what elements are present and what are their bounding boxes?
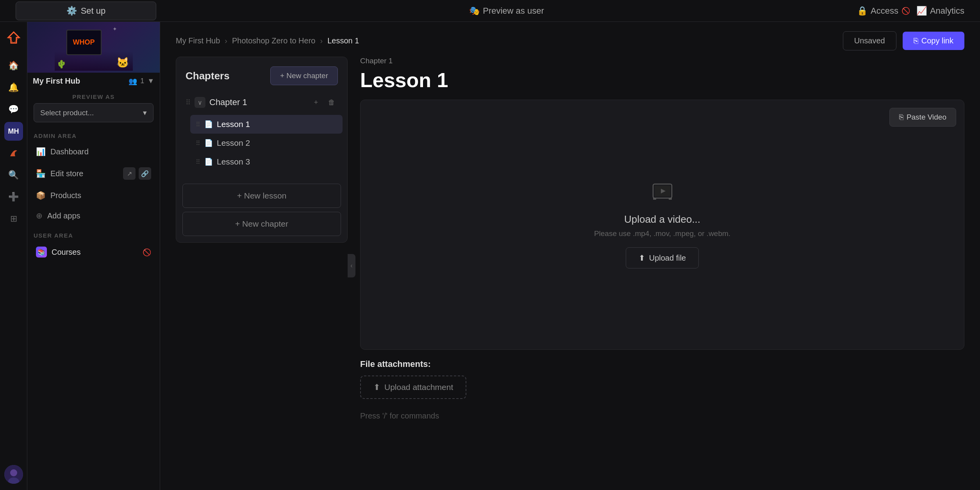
analytics-button[interactable]: 📈 Analytics <box>916 6 964 16</box>
dashboard-label: Dashboard <box>50 147 89 156</box>
chapter-section: Chapters + New chapter ⠿ ∨ Chapter 1 + <box>176 57 348 474</box>
store-icon: 🏪 <box>36 169 46 178</box>
hub-image: WHOP 🐱 🌵 ✦ <box>27 22 160 73</box>
hub-info: My First Hub 👥 1 ▼ <box>27 73 160 89</box>
user-area-label: USER AREA <box>27 226 160 241</box>
analytics-label: Analytics <box>930 6 964 16</box>
chapters-header: Chapters + New chapter <box>176 57 347 91</box>
svg-rect-6 <box>669 198 672 200</box>
admin-area-label: ADMIN AREA <box>27 126 160 141</box>
paste-video-button[interactable]: ⎘ Paste Video <box>889 108 956 127</box>
search-icon-button[interactable]: 🔍 <box>4 166 23 184</box>
upload-attachment-label: Upload attachment <box>384 383 453 392</box>
external-link-icon-button[interactable]: ↗ <box>123 167 136 180</box>
chapter-drag-handle[interactable]: ⠿ <box>186 98 191 107</box>
app-logo <box>4 28 23 47</box>
breadcrumb-current: Lesson 1 <box>327 36 359 45</box>
courses-label: Courses <box>52 248 80 257</box>
sidebar-item-edit-store[interactable]: 🏪 Edit store ↗ 🔗 <box>30 162 157 185</box>
products-label: Products <box>50 191 81 200</box>
hub-avatar-button[interactable]: MH <box>4 122 23 141</box>
lesson-icon-1: 📄 <box>204 120 213 129</box>
video-upload-title: Upload a video... <box>624 213 700 225</box>
new-chapter-header-button[interactable]: + New chapter <box>270 66 338 85</box>
new-chapter-footer-button[interactable]: + New chapter <box>182 212 341 236</box>
preview-as-select[interactable]: Select product... ▾ <box>34 103 154 122</box>
breadcrumb: My First Hub › Photoshop Zero to Hero › … <box>176 36 359 45</box>
chevron-down-icon: ▾ <box>143 108 147 117</box>
file-attachments: File attachments: ⬆ Upload attachment <box>360 350 964 405</box>
sidebar-item-products[interactable]: 📦 Products <box>30 185 157 206</box>
upload-attachment-button[interactable]: ⬆ Upload attachment <box>360 376 466 399</box>
member-count: 1 <box>140 77 144 85</box>
bell-icon-button[interactable]: 🔔 <box>4 78 23 97</box>
chapter-add-button[interactable]: + <box>310 96 322 109</box>
upload-icon: ⬆ <box>639 253 645 263</box>
video-upload-area[interactable]: ⎘ Paste Video Upload a video... Pl <box>360 100 964 350</box>
press-slash-hint: Press '/' for commands <box>360 405 964 427</box>
paste-icon: ⎘ <box>899 113 903 122</box>
lesson-item-2[interactable]: ⠿ 📄 Lesson 2 <box>190 134 343 152</box>
icon-bar-bottom <box>4 465 23 484</box>
editor-layout: Chapters + New chapter ⠿ ∨ Chapter 1 + <box>160 57 980 490</box>
chapter-row: ⠿ ∨ Chapter 1 + 🗑 <box>181 91 343 113</box>
grid-icon-button[interactable]: ⊞ <box>4 209 23 228</box>
chapters-panel: Chapters + New chapter ⠿ ∨ Chapter 1 + <box>176 57 348 243</box>
wing-icon-button[interactable] <box>4 144 23 163</box>
breadcrumb-hub[interactable]: My First Hub <box>176 36 220 45</box>
upload-file-button[interactable]: ⬆ Upload file <box>626 247 699 268</box>
topbar: ⚙️ Set up 🎭 Preview as user 🔒 Access 🚫 📈… <box>0 0 980 22</box>
home-icon-button[interactable]: 🏠 <box>4 56 23 75</box>
sidebar-item-add-apps[interactable]: ⊕ Add apps <box>30 206 157 226</box>
sidebar-item-dashboard[interactable]: 📊 Dashboard <box>30 141 157 162</box>
chapter-group: ⠿ ∨ Chapter 1 + 🗑 ⠿ <box>181 91 343 173</box>
store-actions: ↗ 🔗 <box>123 167 151 180</box>
main-layout: 🏠 🔔 💬 MH 🔍 ➕ ⊞ <box>0 22 980 490</box>
svg-point-1 <box>10 469 17 476</box>
sidebar-item-courses[interactable]: 📚 Courses 🚫 <box>30 241 157 263</box>
chat-icon-button[interactable]: 💬 <box>4 100 23 119</box>
copy-icon: ⎘ <box>914 36 918 45</box>
preview-button[interactable]: 🎭 Preview as user <box>469 6 544 16</box>
preview-icon: 🎭 <box>469 6 480 16</box>
lesson-title: Lesson 1 <box>360 68 964 92</box>
lesson-icon-2: 📄 <box>204 139 213 147</box>
lock-icon: 🔒 <box>857 6 868 16</box>
edit-store-label: Edit store <box>50 169 83 178</box>
users-icon: 👥 <box>129 77 137 86</box>
lesson-item-3[interactable]: ⠿ 📄 Lesson 3 <box>190 152 343 171</box>
file-attachments-label: File attachments: <box>360 359 964 369</box>
icon-bar: 🏠 🔔 💬 MH 🔍 ➕ ⊞ <box>0 22 27 490</box>
breadcrumb-bar: My First Hub › Photoshop Zero to Hero › … <box>160 22 980 57</box>
link-copy-icon-button[interactable]: 🔗 <box>139 167 151 180</box>
add-apps-icon: ⊕ <box>36 211 43 220</box>
preview-as-label: PREVIEW AS <box>34 93 154 103</box>
chapter-collapse-button[interactable]: ∨ <box>195 97 205 108</box>
copy-link-button[interactable]: ⎘ Copy link <box>903 32 964 50</box>
hub-meta: 👥 1 ▼ <box>129 77 154 86</box>
upload-file-label: Upload file <box>649 254 686 263</box>
copy-link-label: Copy link <box>921 36 953 45</box>
chapters-list: ⠿ ∨ Chapter 1 + 🗑 ⠿ <box>176 91 347 177</box>
new-lesson-button[interactable]: + New lesson <box>182 184 341 208</box>
lesson-header: Chapter 1 Lesson 1 <box>360 57 964 100</box>
breadcrumb-course[interactable]: Photoshop Zero to Hero <box>232 36 315 45</box>
breadcrumb-actions: Unsaved ⎘ Copy link <box>843 31 964 50</box>
analytics-icon: 📈 <box>916 6 927 16</box>
lesson-name-1: Lesson 1 <box>217 120 337 129</box>
svg-rect-5 <box>653 198 656 200</box>
attachment-upload-icon: ⬆ <box>373 383 380 392</box>
access-button[interactable]: 🔒 Access 🚫 <box>857 6 910 16</box>
preview-as-section: PREVIEW AS Select product... ▾ <box>27 89 160 126</box>
lesson-name-2: Lesson 2 <box>217 138 337 148</box>
setup-button[interactable]: ⚙️ Set up <box>16 2 156 20</box>
user-avatar-button[interactable] <box>4 465 23 484</box>
chapter-delete-button[interactable]: 🗑 <box>325 96 338 109</box>
unsaved-button[interactable]: Unsaved <box>843 31 896 50</box>
add-icon-button[interactable]: ➕ <box>4 188 23 206</box>
hub-card[interactable]: WHOP 🐱 🌵 ✦ My First Hub 👥 1 ▼ <box>27 22 160 89</box>
preview-label: Preview as user <box>483 6 544 16</box>
collapse-sidebar-button[interactable]: ‹ <box>348 254 355 277</box>
lesson-item-1[interactable]: ⠿ 📄 Lesson 1 <box>190 115 343 134</box>
gear-icon: ⚙️ <box>66 6 77 16</box>
